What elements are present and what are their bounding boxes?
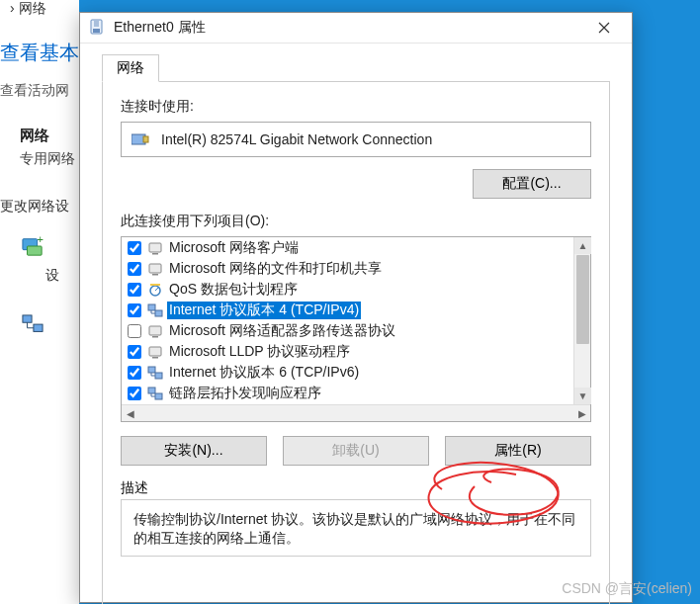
list-item[interactable]: 链路层拓扑发现响应程序 [122,383,590,403]
proto-icon [147,386,163,401]
item-label: Microsoft LLDP 协议驱动程序 [167,343,352,361]
tab-network[interactable]: 网络 [102,54,159,82]
item-label: 链路层拓扑发现响应程序 [167,385,323,402]
list-item[interactable]: Internet 协议版本 6 (TCP/IPv6) [122,362,590,383]
svg-rect-22 [155,373,162,379]
svg-rect-12 [152,274,158,276]
svg-rect-23 [148,388,155,393]
qos-icon [147,282,163,298]
adapter-icon [88,19,106,37]
item-label: Internet 协议版本 6 (TCP/IPv6) [167,364,361,382]
svg-rect-1 [28,246,43,255]
install-button[interactable]: 安装(N)... [121,436,267,466]
bg-adapter-icon: + [22,235,44,257]
svg-rect-4 [34,324,43,331]
svg-rect-11 [149,264,161,273]
tab-panel: 连接时使用: Intel(R) 82574L Gigabit Network C… [102,81,610,604]
dialog-title: Ethernet0 属性 [114,19,584,37]
horizontal-scrollbar[interactable]: ◀ ▶ [122,404,590,421]
item-checkbox[interactable] [128,303,141,317]
bg-link-activenet[interactable]: 查看活动网 [0,82,69,100]
adapter-name: Intel(R) 82574L Gigabit Network Connecti… [161,131,432,147]
list-item[interactable]: Internet 协议版本 4 (TCP/IPv4) [122,300,590,320]
item-label: Microsoft 网络适配器多路传送器协议 [167,322,397,340]
item-checkbox[interactable] [128,283,141,297]
items-listbox[interactable]: Microsoft 网络客户端Microsoft 网络的文件和打印机共享QoS … [121,236,591,422]
breadcrumb: › 网络 [10,0,46,18]
svg-rect-15 [148,304,155,310]
svg-rect-17 [149,326,161,335]
scroll-left-button[interactable]: ◀ [122,408,138,419]
bg-link-change[interactable]: 更改网络设 [0,198,69,216]
bg-adapter-label: 设 [45,267,59,285]
titlebar: Ethernet0 属性 [80,13,632,43]
svg-rect-3 [23,315,32,322]
svg-rect-16 [155,310,162,316]
svg-rect-9 [149,243,161,252]
list-item[interactable]: Microsoft 网络客户端 [122,237,590,258]
scroll-down-button[interactable]: ▼ [574,388,591,404]
bg-network-icon [22,314,44,332]
description-label: 描述 [121,479,591,497]
scroll-up-button[interactable]: ▲ [574,237,591,254]
item-label: Microsoft 网络客户端 [167,239,301,257]
list-item[interactable]: Microsoft 网络适配器多路传送器协议 [122,320,590,341]
configure-button[interactable]: 配置(C)... [473,169,591,199]
scroll-thumb[interactable] [576,255,589,344]
svg-rect-24 [155,393,162,399]
items-label: 此连接使用下列项目(O): [121,213,591,230]
item-label: Microsoft 网络的文件和打印机共享 [167,260,384,278]
nic-icon [131,131,149,147]
bg-subtext: 专用网络 [20,150,75,168]
item-checkbox[interactable] [128,366,141,380]
close-button[interactable] [584,13,624,43]
svg-text:+: + [38,235,44,245]
svg-rect-18 [152,336,158,338]
proto-icon [147,302,163,318]
connect-label: 连接时使用: [121,98,591,116]
properties-button[interactable]: 属性(R) [445,436,591,466]
client-icon [147,261,163,277]
vertical-scrollbar[interactable]: ▲ ▼ [573,237,590,404]
svg-rect-14 [150,284,160,286]
svg-rect-19 [149,347,161,356]
bg-heading: 网络 [20,127,49,145]
svg-rect-20 [152,357,158,359]
svg-rect-21 [148,367,155,373]
svg-rect-6 [93,29,100,33]
client-icon [147,344,163,360]
background-window: › 网络 查看基本 查看活动网 网络 专用网络 更改网络设 + 设 [0,0,79,604]
item-label: Internet 协议版本 4 (TCP/IPv4) [167,302,361,319]
uninstall-button: 卸载(U) [283,436,429,466]
svg-rect-10 [152,253,158,255]
item-checkbox[interactable] [128,387,141,400]
adapter-field: Intel(R) 82574L Gigabit Network Connecti… [121,122,591,157]
item-checkbox[interactable] [128,324,141,338]
list-item[interactable]: QoS 数据包计划程序 [122,279,590,300]
client-icon [147,323,163,339]
item-checkbox[interactable] [128,345,141,359]
item-checkbox[interactable] [128,241,141,255]
bg-link-viewbasic[interactable]: 查看基本 [0,40,79,66]
list-item[interactable]: Microsoft LLDP 协议驱动程序 [122,341,590,362]
item-label: QoS 数据包计划程序 [167,281,300,299]
proto-icon [147,365,163,381]
ethernet-properties-dialog: Ethernet0 属性 网络 连接时使用: Intel(R) 82574L G… [79,12,633,603]
description-text: 传输控制协议/Internet 协议。该协议是默认的广域网络协议，用于在不同的相… [121,499,591,557]
item-checkbox[interactable] [128,262,141,276]
client-icon [147,240,163,256]
close-icon [598,22,610,34]
svg-rect-8 [143,136,148,142]
scroll-right-button[interactable]: ▶ [573,408,590,419]
list-item[interactable]: Microsoft 网络的文件和打印机共享 [122,258,590,279]
